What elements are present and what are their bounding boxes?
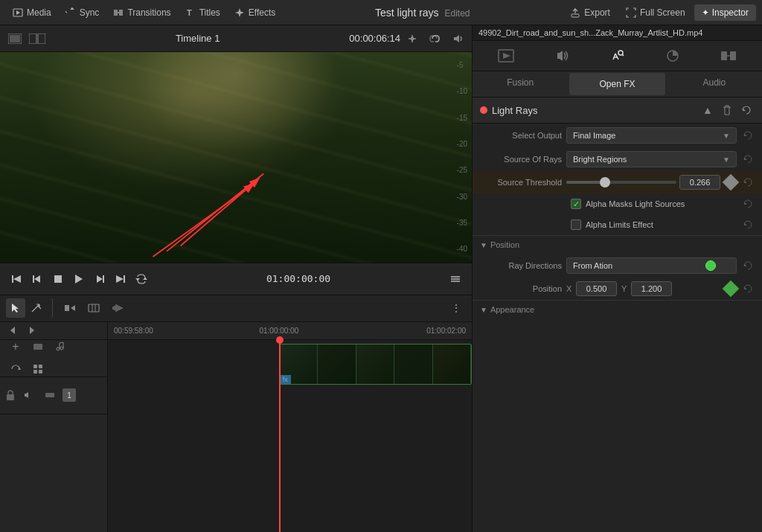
ray-directions-row: Ray Directions From Ation ▼ — [473, 254, 762, 278]
effect-chevron-up[interactable]: ▲ — [699, 102, 716, 118]
nav-media[interactable]: Media — [6, 4, 57, 22]
audio-tool-btn[interactable] — [108, 298, 127, 318]
next-frame-btn[interactable] — [89, 269, 110, 289]
ray-directions-control: From Ation ▼ — [566, 257, 737, 274]
nav-transitions[interactable]: Transitions — [106, 4, 176, 22]
audio-btn[interactable] — [448, 30, 466, 48]
timeline-fwd-btn[interactable] — [24, 323, 39, 338]
inspector-btn[interactable]: ✦ Inspector — [694, 4, 756, 21]
fullscreen-label: Full Screen — [640, 7, 685, 18]
insert-btn[interactable] — [60, 298, 80, 318]
svg-rect-9 — [10, 35, 20, 42]
skip-start-btn[interactable] — [6, 269, 27, 289]
effect-reset-btn[interactable] — [738, 102, 755, 118]
svg-rect-50 — [45, 393, 54, 397]
appearance-section-divider[interactable]: ▼ Appearance — [473, 300, 762, 318]
effects-properties-icon[interactable] — [605, 45, 629, 66]
position-x-value[interactable]: 0.500 — [576, 281, 617, 296]
track-rotate-btn[interactable] — [6, 359, 25, 379]
position-keyframe[interactable] — [723, 281, 740, 298]
source-threshold-reset[interactable] — [741, 176, 755, 189]
clip-thumb-5 — [433, 344, 471, 384]
alpha-masks-checkbox[interactable]: ✓ — [571, 199, 581, 209]
source-threshold-value[interactable]: 0.266 — [679, 175, 720, 190]
alpha-limits-checkbox[interactable] — [571, 219, 581, 230]
prev-frame-btn[interactable] — [27, 269, 48, 289]
select-output-control: Final Image ▼ — [566, 127, 737, 144]
frame-num-2: -10 — [457, 87, 467, 95]
tab-audio[interactable]: Audio — [667, 71, 762, 97]
select-output-reset[interactable] — [741, 129, 755, 142]
clip-mode-btn[interactable] — [84, 298, 103, 318]
svg-marker-37 — [30, 327, 34, 334]
source-threshold-slider-track[interactable] — [566, 181, 676, 184]
effect-active-dot[interactable] — [480, 106, 487, 114]
preview-area: -5 -10 -15 -20 -25 -30 -35 -40 — [0, 52, 472, 263]
snap-btn[interactable] — [403, 30, 421, 48]
track-audio-btn[interactable] — [18, 385, 37, 405]
alpha-masks-reset[interactable] — [741, 197, 755, 211]
position-xy-row: Position X 0.500 Y 1.200 — [473, 278, 762, 300]
select-output-dropdown[interactable]: Final Image ▼ — [566, 127, 737, 144]
svg-marker-1 — [16, 10, 20, 15]
viewer-icon-btn[interactable] — [6, 30, 24, 48]
dual-viewer-btn[interactable] — [28, 30, 46, 48]
svg-marker-59 — [744, 180, 747, 183]
source-threshold-slider-thumb[interactable] — [600, 177, 610, 188]
loop-btn[interactable] — [131, 269, 152, 289]
svg-marker-36 — [10, 327, 15, 334]
add-track-btn[interactable]: ⋮ — [446, 298, 466, 318]
transitions-properties-icon[interactable] — [717, 45, 740, 66]
alpha-limits-reset[interactable] — [741, 218, 755, 231]
track-clip2-btn[interactable] — [40, 385, 60, 405]
left-side: Timeline 1 00:00:06:14 — [0, 25, 472, 532]
track-label-2: 1 — [0, 377, 107, 414]
ray-directions-reset[interactable] — [741, 259, 755, 272]
nav-effects[interactable]: Effects — [228, 4, 281, 22]
export-label: Export — [584, 7, 610, 18]
timeline-tracks: + — [0, 340, 472, 533]
audio-properties-icon[interactable] — [550, 45, 574, 66]
video-properties-icon[interactable] — [494, 45, 518, 66]
export-btn[interactable]: Export — [563, 4, 616, 22]
play-btn[interactable] — [68, 269, 89, 289]
left-controls — [6, 269, 152, 289]
playhead[interactable] — [279, 340, 281, 533]
link-btn[interactable] — [426, 30, 444, 48]
fullscreen-btn[interactable]: Full Screen — [619, 4, 691, 22]
select-tool-btn[interactable] — [6, 298, 25, 318]
position-y-value[interactable]: 1.200 — [631, 281, 672, 296]
tool-bar: ⋮ — [0, 295, 472, 322]
timeline-video-clip[interactable]: fx — [279, 344, 472, 385]
track-view-btn[interactable] — [28, 359, 48, 379]
tab-openfx[interactable]: Open FX — [569, 73, 665, 95]
svg-line-42 — [60, 342, 63, 343]
source-of-rays-dropdown[interactable]: Bright Regions ▼ — [566, 151, 737, 167]
svg-marker-26 — [143, 278, 147, 280]
x-axis-label: X — [566, 284, 574, 293]
nav-titles[interactable]: T Titles — [179, 4, 226, 22]
tab-fusion[interactable]: Fusion — [473, 71, 568, 97]
track-content[interactable]: fx — [108, 340, 472, 533]
titles-icon: T — [185, 7, 196, 19]
source-of-rays-reset[interactable] — [741, 153, 755, 166]
skip-end-btn[interactable] — [110, 269, 131, 289]
track-music-btn[interactable] — [51, 337, 70, 356]
menu-btn[interactable] — [445, 269, 466, 289]
inspector-filename: 49902_Dirt_road_and_sun_sh...Zack_Murray… — [478, 28, 756, 37]
position-section-divider[interactable]: ▼ Position — [473, 235, 762, 254]
nav-titles-label: Titles — [199, 7, 220, 18]
nav-sync[interactable]: Sync — [59, 4, 106, 22]
timeline-back-btn[interactable] — [6, 323, 21, 338]
svg-rect-7 — [572, 14, 579, 17]
razor-tool-btn[interactable] — [27, 298, 46, 318]
source-threshold-keyframe[interactable] — [723, 174, 740, 191]
position-reset[interactable] — [741, 282, 755, 295]
xy-fields: X 0.500 Y 1.200 — [566, 281, 720, 296]
svg-marker-23 — [103, 275, 104, 283]
effect-delete-btn[interactable] — [719, 102, 735, 118]
track-add-btn[interactable]: + — [6, 337, 25, 356]
track-clip-btn[interactable] — [28, 337, 48, 356]
stop-btn[interactable] — [48, 269, 68, 289]
color-properties-icon[interactable] — [661, 45, 685, 66]
